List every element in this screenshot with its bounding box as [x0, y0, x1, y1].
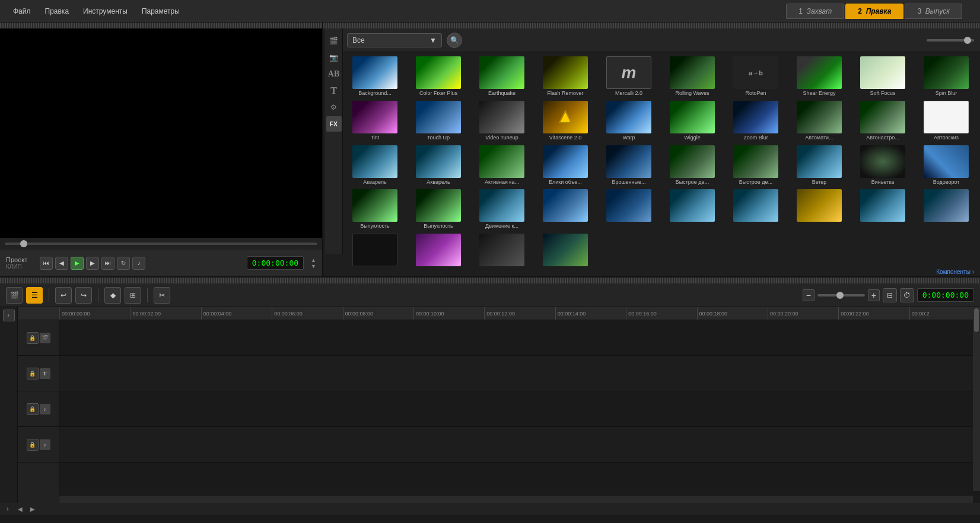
track-text-icon[interactable]: T — [40, 368, 50, 379]
sidebar-gear-icon[interactable]: ⚙ — [326, 100, 342, 115]
effect-blik[interactable]: Блики объе... — [534, 144, 596, 187]
scrubber-bar[interactable] — [5, 243, 317, 245]
sidebar-fx-icon[interactable]: FX — [326, 116, 342, 132]
effect-shearenergy[interactable]: Shear Energy — [788, 55, 850, 98]
effect-r4e[interactable] — [788, 188, 850, 231]
zoom-out-btn[interactable]: − — [803, 289, 814, 301]
menu-tools[interactable]: Инструменты — [76, 5, 135, 18]
timeline-scrollbar-v[interactable] — [973, 307, 980, 491]
tab-export[interactable]: 3 Выпуск — [905, 4, 962, 19]
effect-vypukl1[interactable]: Выпуклость — [344, 188, 406, 231]
effect-r4c[interactable] — [661, 188, 723, 231]
transport-play[interactable]: ▶ — [71, 257, 84, 270]
effect-rollingwaves[interactable]: Rolling Waves — [661, 55, 723, 98]
effect-bystroe2[interactable]: Быстрое де... — [725, 144, 787, 187]
timeline-scrollbar-h[interactable] — [59, 496, 973, 503]
effect-background[interactable]: Background... — [344, 55, 406, 98]
effect-aqua2[interactable]: Акварель — [408, 144, 469, 187]
track-audio-icon[interactable]: ♪ — [40, 404, 50, 414]
effect-vin[interactable]: Виньетка — [852, 144, 914, 187]
effect-r4k[interactable] — [534, 232, 596, 267]
effect-autosk[interactable]: Автоэскиз — [915, 100, 977, 142]
effect-vitascene[interactable]: Vitascene 2.0 — [534, 100, 596, 142]
track-audio2-icon[interactable]: ♪ — [40, 439, 50, 450]
transport-audio[interactable]: ♪ — [132, 257, 145, 270]
zoom-in-btn[interactable]: + — [868, 289, 880, 301]
transport-prev-frame[interactable]: ◀ — [55, 257, 68, 270]
effect-r4g[interactable] — [915, 188, 977, 231]
track-video-icon[interactable]: 🎬 — [40, 333, 50, 343]
effect-spinblur[interactable]: Spin Blur — [915, 55, 977, 98]
effect-r4b[interactable] — [598, 188, 660, 231]
effect-warp[interactable]: Warp — [598, 100, 660, 142]
tab-capture[interactable]: 1 Захват — [786, 4, 844, 19]
tl-btn-redo[interactable]: ↪ — [75, 287, 92, 304]
sidebar-photo-icon[interactable]: 📷 — [326, 50, 342, 65]
tl-btn-snap[interactable]: ⊞ — [125, 287, 141, 304]
effect-zoomblur[interactable]: Zoom Blur — [725, 100, 787, 142]
effects-size-slider[interactable] — [927, 39, 974, 42]
size-slider-thumb[interactable] — [964, 37, 971, 44]
nav-add-track[interactable]: + — [3, 504, 12, 514]
effect-videotuneup[interactable]: Video Tuneup — [471, 100, 533, 142]
effect-vodov[interactable]: Водоворот — [915, 144, 977, 187]
effect-r4j[interactable] — [471, 232, 533, 267]
size-slider-track[interactable] — [927, 39, 974, 42]
track-lock-icon-2[interactable]: 🔒 — [27, 368, 39, 380]
preview-scrubber[interactable] — [0, 238, 322, 250]
sidebar-film-icon[interactable]: 🎬 — [326, 33, 342, 49]
transport-to-end[interactable]: ⏭ — [101, 257, 114, 270]
sidebar-title-icon[interactable]: T — [326, 83, 342, 98]
track-lock-icon[interactable]: 🔒 — [27, 332, 39, 344]
effect-mercalli[interactable]: m Mercalli 2.0 — [598, 55, 660, 98]
effect-auto2[interactable]: Автонастро... — [852, 100, 914, 142]
effects-grid-container[interactable]: Background... Color Fixer Plus Earthquak… — [341, 52, 980, 267]
effect-brosh[interactable]: Брошенные... — [598, 144, 660, 187]
nav-prev[interactable]: ◀ — [15, 504, 25, 514]
tl-btn-undo[interactable]: ↩ — [55, 287, 72, 304]
effect-veter[interactable]: Ветер — [788, 144, 850, 187]
effects-search-icon[interactable]: 🔍 — [447, 33, 462, 48]
menu-file[interactable]: Файл — [6, 5, 38, 18]
effects-filter-dropdown[interactable]: Все ▼ — [347, 33, 442, 47]
sidebar-text-icon[interactable]: AB — [326, 66, 342, 82]
effect-softfocus[interactable]: Soft Focus — [852, 55, 914, 98]
tl-btn-mark[interactable]: ◆ — [104, 287, 121, 304]
track-lock-icon-3[interactable]: 🔒 — [27, 403, 39, 415]
track-lock-icon-4[interactable]: 🔒 — [27, 439, 39, 451]
effect-active[interactable]: Активная ка... — [471, 144, 533, 187]
transport-loop[interactable]: ↻ — [117, 257, 130, 270]
tl-btn-storyboard[interactable]: ☰ — [26, 287, 43, 304]
tl-side-add[interactable]: + — [3, 310, 15, 321]
components-link[interactable]: Компоненты › — [341, 267, 980, 276]
effect-r4i[interactable] — [408, 232, 469, 267]
zoom-track[interactable] — [817, 294, 865, 296]
effect-aqua1[interactable]: Акварель — [344, 144, 406, 187]
effect-colorfixer[interactable]: Color Fixer Plus — [408, 55, 469, 98]
effect-r4h[interactable] — [344, 232, 406, 267]
effect-r4f[interactable] — [852, 188, 914, 231]
effect-vypukl2[interactable]: Выпуклость — [408, 188, 469, 231]
tl-btn-grid[interactable]: ⊟ — [883, 288, 897, 302]
transport-to-start[interactable]: ⏮ — [40, 257, 53, 270]
zoom-thumb[interactable] — [836, 292, 844, 299]
menu-params[interactable]: Параметры — [135, 5, 187, 18]
effect-r4d[interactable] — [725, 188, 787, 231]
transport-next-frame[interactable]: ▶ — [86, 257, 99, 270]
effect-touch[interactable]: Touch Up — [408, 100, 469, 142]
effect-dvizh[interactable]: Движение к... — [471, 188, 533, 231]
tab-edit[interactable]: 2 Правка — [845, 4, 903, 19]
effect-tint[interactable]: Tint — [344, 100, 406, 142]
effect-rotopen[interactable]: a→b RotoPen — [725, 55, 787, 98]
tl-btn-film[interactable]: 🎬 — [6, 287, 23, 304]
menu-edit[interactable]: Правка — [38, 5, 77, 18]
effect-earthquake[interactable]: Earthquake — [471, 55, 533, 98]
effect-bystroe1[interactable]: Быстрое де... — [661, 144, 723, 187]
scrubber-thumb[interactable] — [20, 240, 27, 247]
nav-next[interactable]: ▶ — [28, 504, 37, 514]
effect-wiggle[interactable]: Wiggle — [661, 100, 723, 142]
effect-flashremover[interactable]: Flash Remover — [534, 55, 596, 98]
tl-btn-clock[interactable]: ⏱ — [900, 288, 914, 302]
tl-btn-split[interactable]: ✂ — [154, 287, 170, 304]
scrollbar-thumb-v[interactable] — [974, 308, 979, 332]
